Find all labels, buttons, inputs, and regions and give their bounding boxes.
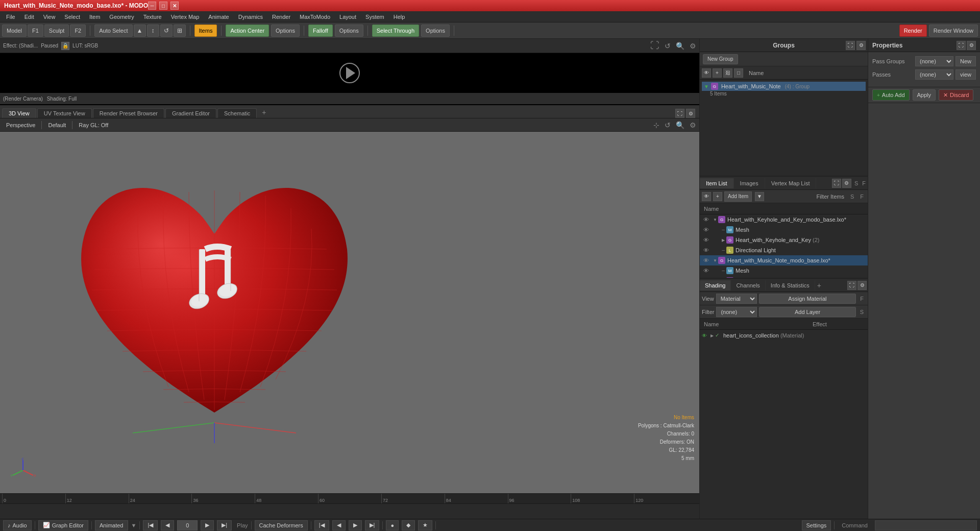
discard-btn[interactable]: ✕ Discard (939, 89, 973, 101)
sh-view-dropdown[interactable]: Material (716, 294, 757, 304)
tree-item-6[interactable]: 👁 ▶ G Heart_with_Music_Note (2) (700, 276, 868, 278)
menu-layout[interactable]: Layout (335, 13, 360, 21)
menu-view[interactable]: View (39, 13, 60, 21)
pb-2[interactable]: ◀ (332, 520, 346, 530)
groups-expand-btn[interactable]: ⛶ (846, 41, 855, 50)
il-filter-f-btn[interactable]: F (858, 194, 866, 200)
auto-select-btn[interactable]: Auto Select (94, 25, 132, 37)
assign-material-btn[interactable]: Assign Material (759, 294, 856, 304)
tree-eye-0[interactable]: 👁 (702, 215, 710, 224)
group-item-0[interactable]: ▼ G Heart_with_Music_Note (4) : Group (702, 82, 866, 91)
model-btn[interactable]: Model (2, 25, 27, 37)
pg-new-btn[interactable]: New (955, 56, 976, 66)
tree-item-1[interactable]: 👁 ─ M Mesh (700, 225, 868, 235)
viewport-gear-btn[interactable]: ⚙ (686, 109, 695, 118)
add-item-btn[interactable]: Add Item (724, 191, 752, 202)
tree-eye-2[interactable]: 👁 (702, 236, 710, 244)
graph-editor-btn[interactable]: 📈 Graph Editor (38, 520, 88, 530)
il-f-btn[interactable]: F (860, 180, 868, 186)
render-window-btn[interactable]: Render Window (929, 25, 978, 37)
tree-eye-3[interactable]: 👁 (702, 246, 710, 254)
new-group-btn[interactable]: New Group (703, 54, 738, 64)
tree-arrow-0[interactable]: ▼ (712, 216, 718, 223)
shading-label[interactable]: Shading: Full (47, 96, 77, 102)
cache-deformers-btn[interactable]: Cache Deformers (255, 520, 308, 530)
tree-arrow-5[interactable]: ─ (720, 268, 726, 274)
il-settings-btn[interactable]: ⚙ (842, 179, 851, 188)
menu-geometry[interactable]: Geometry (105, 13, 138, 21)
menu-animate[interactable]: Animate (204, 13, 233, 21)
menu-dynamics[interactable]: Dynamics (234, 13, 267, 21)
f1-btn[interactable]: F1 (28, 25, 43, 37)
groups-add-btn[interactable]: + (713, 68, 722, 78)
tree-eye-6[interactable]: 👁 (702, 277, 710, 278)
sh-tab-info[interactable]: Info & Statistics (766, 280, 815, 291)
animated-dropdown[interactable]: ▼ (131, 522, 137, 528)
menu-system[interactable]: System (361, 13, 388, 21)
audio-btn[interactable]: ♪ Audio (3, 520, 32, 530)
auto-add-btn[interactable]: + Auto Add (872, 89, 910, 101)
viewport-3d[interactable]: Perspective Default Ray GL: Off ⊹ ↺ 🔍 ⚙ (0, 118, 699, 493)
il-tab-vertex-map[interactable]: Vertex Map List (765, 178, 817, 188)
sh-filter-dropdown[interactable]: (none) (716, 307, 757, 317)
tree-item-3[interactable]: 👁 ─ L Directional Light (700, 245, 868, 255)
vp-reset-btn[interactable]: ⊹ (653, 121, 659, 129)
vp-settings-btn[interactable]: ⚙ (690, 121, 696, 129)
il-tab-images[interactable]: Images (734, 178, 765, 188)
preview-refresh-btn[interactable]: ↺ (665, 42, 671, 50)
action-center-btn[interactable]: Action Center (226, 25, 269, 37)
close-btn[interactable]: ✕ (170, 2, 179, 10)
sh-add-tab-btn[interactable]: + (815, 281, 823, 289)
add-tab-btn[interactable]: + (258, 107, 270, 118)
frame-input[interactable] (177, 520, 198, 530)
falloff-btn[interactable]: Falloff (308, 25, 333, 37)
il-add-btn[interactable]: + (713, 192, 722, 201)
tab-uv-texture[interactable]: UV Texture View (37, 108, 92, 118)
tool-1-btn[interactable]: ▲ (134, 25, 146, 37)
items-btn[interactable]: Items (194, 25, 217, 37)
tab-gradient-editor[interactable]: Gradient Editor (165, 108, 216, 118)
playback-prev-btn[interactable]: ◀ (161, 520, 174, 530)
timeline-track[interactable] (0, 504, 699, 519)
vp-default[interactable]: Default (45, 122, 69, 129)
menu-maxtoModo[interactable]: MaxToModo (296, 13, 334, 21)
tree-item-4[interactable]: 👁 ▼ G Heart_with_Music_Note_modo_base.lx… (700, 255, 868, 266)
tool-2-btn[interactable]: ↕ (147, 25, 159, 37)
menu-vertex-map[interactable]: Vertex Map (167, 13, 204, 21)
tree-item-5[interactable]: 👁 ─ M Mesh (700, 266, 868, 276)
menu-help[interactable]: Help (389, 13, 409, 21)
prop-expand-btn[interactable]: ⛶ (957, 41, 966, 50)
pg-view-btn[interactable]: view (955, 69, 976, 80)
tree-item-0[interactable]: 👁 ▼ G Heart_with_Keyhole_and_Key_modo_ba… (700, 214, 868, 225)
f2-btn[interactable]: F2 (70, 25, 86, 37)
tool-4-btn[interactable]: ⊞ (174, 25, 186, 37)
sculpt-btn[interactable]: Sculpt (44, 25, 69, 37)
preview-search-btn[interactable]: 🔍 (676, 42, 684, 50)
sh-s-btn[interactable]: S (858, 309, 866, 315)
menu-item[interactable]: Item (85, 13, 104, 21)
tree-arrow-4[interactable]: ▼ (712, 257, 718, 263)
options-2-btn[interactable]: Options (335, 25, 363, 37)
vp-search-btn[interactable]: 🔍 (676, 121, 684, 129)
sh-settings-btn[interactable]: ⚙ (857, 281, 867, 290)
pb-4[interactable]: ▶| (365, 520, 380, 530)
select-through-btn[interactable]: Select Through (372, 25, 419, 37)
tree-eye-4[interactable]: 👁 (702, 256, 710, 264)
il-s-btn[interactable]: S (852, 180, 860, 186)
options-1-btn[interactable]: Options (271, 25, 300, 37)
il-expand-btn[interactable]: ⛶ (832, 179, 841, 188)
sh-eye-0[interactable]: 👁 (702, 333, 709, 339)
groups-chain-btn[interactable]: ⛓ (723, 68, 732, 78)
playback-end-btn[interactable]: ▶| (217, 520, 232, 530)
il-tab-item-list[interactable]: Item List (700, 178, 734, 188)
pb-3[interactable]: ▶ (349, 520, 362, 530)
prop-settings-btn[interactable]: ⚙ (967, 41, 976, 50)
pg-dropdown-2[interactable]: (none) (915, 69, 953, 80)
sh-arrow-0[interactable]: ▶ (709, 332, 715, 339)
tab-render-preset[interactable]: Render Preset Browser (93, 108, 164, 118)
groups-eye-btn[interactable]: 👁 (702, 68, 711, 78)
animated-btn[interactable]: Animated (95, 520, 128, 530)
playback-play-btn[interactable]: ▶ (201, 520, 214, 530)
sh-expand-btn[interactable]: ⛶ (847, 281, 856, 290)
render-btn[interactable]: Render (899, 25, 927, 37)
